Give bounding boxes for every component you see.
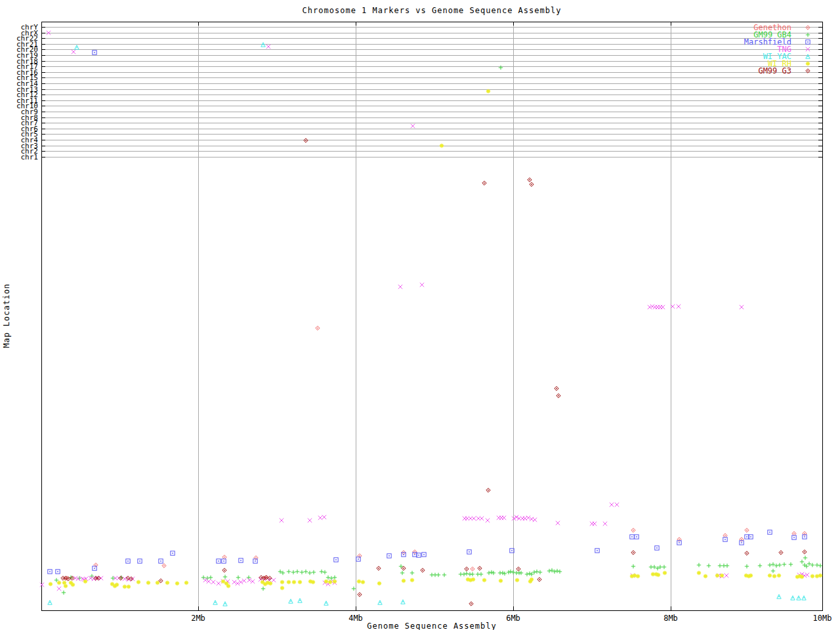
- chart-container: Chromosome 1 Markers vs Genome Sequence …: [0, 0, 840, 630]
- plot-border: [41, 22, 823, 611]
- series-gm99-gb4: [54, 66, 822, 595]
- series-genethon: [65, 326, 807, 580]
- gridlines: [41, 22, 822, 610]
- legend-item-gm99-g3: GM99 G3: [758, 66, 791, 75]
- plot-area: chrYchrXchr22chr21chr20chr19chr18chr17ch…: [0, 0, 840, 630]
- x-tick-8Mb: 8Mb: [663, 614, 678, 623]
- y-tick-labels: chrYchrXchr22chr21chr20chr19chr18chr17ch…: [16, 23, 38, 161]
- legend-marker-wi-yac: [806, 54, 810, 58]
- legend-marker-wi-rh: [806, 62, 810, 66]
- x-tick-6Mb: 6Mb: [506, 614, 520, 623]
- x-tick-10Mb: 10Mb: [813, 614, 832, 623]
- series-tng: [40, 31, 809, 591]
- y-tick-chr1: chr1: [21, 153, 39, 161]
- x-tick-2Mb: 2Mb: [191, 614, 205, 623]
- x-tick-labels: 2Mb4Mb6Mb8Mb10Mb: [191, 614, 831, 623]
- legend-marker-marshfield: [806, 40, 810, 44]
- x-tick-4Mb: 4Mb: [348, 614, 363, 623]
- series-wi-rh: [49, 89, 822, 590]
- series-gm99-g3: [61, 138, 807, 606]
- series-wi-yac: [48, 43, 806, 606]
